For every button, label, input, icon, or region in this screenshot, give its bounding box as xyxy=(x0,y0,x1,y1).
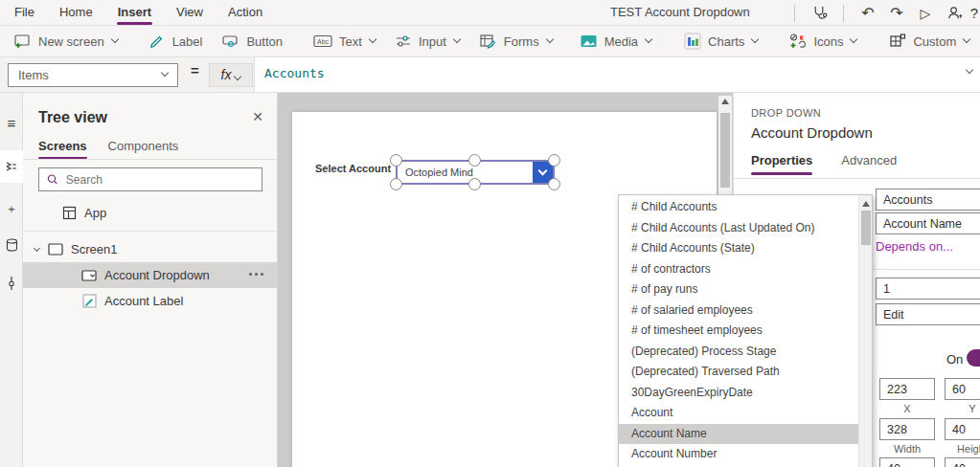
tab-advanced[interactable]: Advanced xyxy=(841,153,897,175)
dropdown-option[interactable]: # of timesheet employees xyxy=(619,321,858,342)
chevron-down-icon xyxy=(234,73,241,80)
chevron-down-icon xyxy=(161,69,169,77)
dropdown-option[interactable]: # of salaried employees xyxy=(619,300,858,322)
menu-file[interactable]: File xyxy=(2,0,47,26)
media-menu[interactable]: Media xyxy=(570,26,661,57)
formula-bar: Items = fx Accounts xyxy=(0,57,980,93)
resize-handle-bottom-middle[interactable] xyxy=(468,178,481,190)
resize-handle-bottom-right[interactable] xyxy=(548,178,560,190)
search-input[interactable] xyxy=(66,173,254,187)
dropdown-option[interactable]: Account Number xyxy=(619,444,858,465)
button-icon xyxy=(221,33,239,50)
input-menu[interactable]: Input xyxy=(385,26,469,57)
advanced-tools-icon[interactable] xyxy=(0,269,23,298)
x-label: X xyxy=(879,403,935,414)
width-input[interactable] xyxy=(879,418,935,440)
menu-insert[interactable]: Insert xyxy=(105,0,164,26)
more-options-icon[interactable] xyxy=(249,273,263,276)
dropdown-option-highlighted[interactable]: Account Name xyxy=(619,424,858,445)
redo-icon[interactable] xyxy=(882,0,911,26)
resize-handle-top-middle[interactable] xyxy=(468,154,481,167)
items-value-input[interactable] xyxy=(876,189,980,211)
divider xyxy=(843,5,844,22)
dropdown-list-scrollbar[interactable] xyxy=(858,195,872,467)
dropdown-option[interactable]: # of pay runs xyxy=(619,279,858,300)
button-button[interactable]: Button xyxy=(212,26,292,57)
chevron-down-icon xyxy=(453,35,461,43)
forms-menu[interactable]: Forms xyxy=(469,26,562,57)
dropdown-option[interactable]: (Deprecated) Process Stage xyxy=(619,342,858,363)
tree-view-icon[interactable] xyxy=(0,150,23,183)
tree-item-screen1[interactable]: Screen1 xyxy=(23,236,277,262)
preview-play-icon[interactable] xyxy=(911,0,940,26)
left-navigation-rail xyxy=(0,93,23,467)
toggle-on-label: On xyxy=(946,352,963,367)
y-position-input[interactable] xyxy=(945,378,980,400)
tab-components[interactable]: Components xyxy=(108,139,179,159)
height-input[interactable] xyxy=(945,418,980,440)
app-title: TEST Account Dropdown xyxy=(610,0,750,26)
clipped-input-1[interactable] xyxy=(879,457,935,467)
help-icon[interactable]: ? xyxy=(969,0,980,26)
search-box[interactable] xyxy=(38,167,262,191)
depends-on-link[interactable]: Depends on... xyxy=(876,239,953,254)
display-mode-input[interactable] xyxy=(876,303,980,325)
dropdown-option[interactable]: 30DayGreenExpiryDate xyxy=(619,383,858,404)
tab-screens[interactable]: Screens xyxy=(38,139,87,159)
scrollbar-thumb[interactable] xyxy=(861,211,871,245)
x-position-input[interactable] xyxy=(879,378,935,400)
scrollbar-thumb[interactable] xyxy=(720,113,730,188)
scroll-up-icon[interactable] xyxy=(721,99,729,104)
new-screen-button[interactable]: New screen xyxy=(4,26,127,57)
screen-icon xyxy=(48,243,63,256)
resize-handle-top-left[interactable] xyxy=(390,154,402,167)
close-icon[interactable]: ✕ xyxy=(252,109,263,124)
undo-icon[interactable] xyxy=(854,0,882,26)
clipped-input-2[interactable] xyxy=(945,457,980,467)
chevron-down-icon xyxy=(110,35,118,43)
tree-item-account-dropdown[interactable]: Account Dropdown xyxy=(23,262,277,288)
y-label: Y xyxy=(945,403,980,414)
chevron-down-icon[interactable] xyxy=(34,245,40,252)
label-button[interactable]: Label xyxy=(139,26,213,57)
formula-input[interactable]: Accounts xyxy=(254,57,980,92)
control-type-label: DROP DOWN xyxy=(751,107,821,119)
chevron-down-icon xyxy=(645,35,652,43)
insert-plus-icon[interactable] xyxy=(0,194,23,223)
menu-view[interactable]: View xyxy=(164,0,216,26)
dropdown-option[interactable]: # of contractors xyxy=(619,259,858,280)
dropdown-option[interactable]: # Child Accounts (State) xyxy=(619,238,858,259)
menu-home[interactable]: Home xyxy=(47,0,105,26)
property-selector[interactable]: Items xyxy=(8,63,178,87)
select-account-label[interactable]: Select Account xyxy=(315,163,391,174)
toggle-switch[interactable] xyxy=(967,349,980,367)
tab-properties[interactable]: Properties xyxy=(751,153,812,175)
tree-item-account-label[interactable]: Account Label xyxy=(23,288,277,314)
data-sources-icon[interactable] xyxy=(0,231,23,259)
fx-button[interactable]: fx xyxy=(209,63,253,87)
dropdown-option[interactable]: (Deprecated) Traversed Path xyxy=(619,362,858,383)
share-user-icon[interactable] xyxy=(940,0,969,26)
menu-items: File Home Insert View Action xyxy=(2,0,275,26)
icons-menu[interactable]: Icons xyxy=(779,26,866,57)
menu-action[interactable]: Action xyxy=(216,0,275,26)
hamburger-menu-icon[interactable] xyxy=(0,108,23,137)
charts-menu[interactable]: Charts xyxy=(674,26,767,57)
resize-handle-top-right[interactable] xyxy=(548,154,560,167)
dropdown-option[interactable]: # Child Accounts (Last Updated On) xyxy=(619,218,858,239)
width-label: Width xyxy=(879,443,935,455)
top-menu-bar: File Home Insert View Action TEST Accoun… xyxy=(0,0,980,26)
dropdown-option[interactable]: # Child Accounts xyxy=(619,197,858,218)
search-icon xyxy=(47,173,58,186)
label-control-icon xyxy=(81,294,97,308)
app-checker-icon[interactable] xyxy=(805,0,833,26)
scroll-up-icon[interactable] xyxy=(862,201,870,207)
resize-handle-bottom-left[interactable] xyxy=(390,178,402,190)
default-value-input[interactable] xyxy=(876,278,980,300)
value-field-input[interactable] xyxy=(876,212,980,234)
expand-formula-icon[interactable] xyxy=(966,66,973,74)
dropdown-option[interactable]: Account xyxy=(619,403,858,424)
text-menu[interactable]: Abc Text xyxy=(304,26,385,57)
custom-menu[interactable]: Custom xyxy=(879,26,979,57)
tree-item-app[interactable]: App xyxy=(23,200,277,226)
